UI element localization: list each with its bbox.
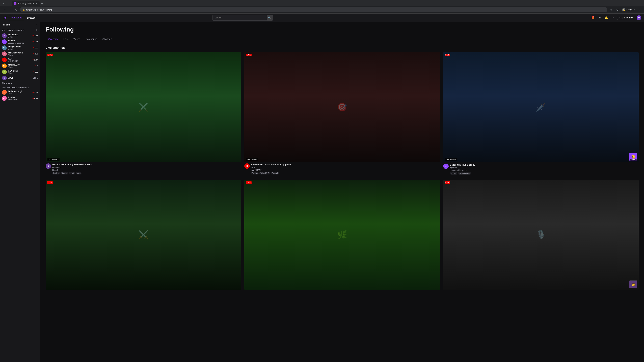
live-dot-solapsapdota [33, 47, 34, 48]
timestamp-sydeon: 6:06:54 [630, 159, 637, 161]
sort-channels-btn[interactable]: ⇅ [35, 29, 38, 32]
scene-overlay-2: 🎯 [244, 52, 440, 162]
tag-kuku[interactable]: kuku [76, 172, 82, 174]
stream-title-kukudota2: RANK 44 IN SEA :))) #11kMMRPLAYER... [52, 163, 241, 166]
get-ad-free-btn[interactable]: 🛡 Get Ad-Free [617, 16, 635, 20]
stream-card-nats[interactable]: 🎯 LIVE 2.4K viewers N Liquid nAts | NEW … [244, 52, 440, 175]
stream-card-r2-3[interactable]: 🎙️ LIVE 👩 [443, 180, 639, 291]
tab-videos[interactable]: Videos [70, 36, 83, 42]
new-tab-btn[interactable]: + [40, 1, 44, 6]
hype-icon: 🎁 [591, 16, 595, 19]
tag-english-3[interactable]: English [450, 172, 458, 175]
stream-info-sydeon: S 5 year anni !subathon :D Sydeon League… [443, 164, 639, 175]
sidebar-channel-kukudota2[interactable]: K kukudota2 Dota 2 3.4K [0, 33, 40, 39]
tab-channels[interactable]: Channels [100, 36, 115, 42]
channel-info-betboom: betboom_eng2 Dota 2 [8, 90, 31, 94]
tab-back-btn[interactable]: ‹ [1, 1, 6, 6]
channel-game-magic899: Music [8, 66, 34, 68]
sidebar-channel-rayrachel[interactable]: R RayRachel Music 697 [0, 69, 40, 75]
stream-card-sydeon[interactable]: 🗡️ LIVE 1.8K viewers 😊 6:06:54 S 5 year … [443, 52, 639, 175]
main-layout: For You ←| FOLLOWED CHANNELS ⇅ K kukudot… [0, 22, 644, 362]
tag-russian[interactable]: Русский [271, 172, 279, 174]
active-tab[interactable]: 🟣 Following - Twitch ✕ [12, 1, 40, 6]
face-bg-r2-3: 👩 [630, 281, 637, 288]
search-btn[interactable]: 🔍 [267, 15, 273, 21]
viewers-count-magic899: 4 [37, 65, 38, 67]
lock-icon: 🔒 [22, 8, 25, 11]
address-input[interactable] [26, 8, 605, 11]
nav-more-btn[interactable]: ⋯ [38, 15, 44, 20]
viewers-count-sydeon: 1.8K [34, 41, 38, 43]
tab-categories[interactable]: Categories [83, 36, 100, 42]
channel-info-sydeon: Sydeon League of Legends [8, 39, 31, 44]
star-btn[interactable]: ☆ [608, 7, 614, 12]
recommended-channels-header: RECOMMENDED CHANNELS [0, 85, 40, 89]
tag-tagalog[interactable]: Tagalog [60, 172, 68, 174]
twitch-logo[interactable] [3, 16, 7, 20]
followed-channels-title: FOLLOWED CHANNELS [2, 29, 24, 31]
stream-details-kukudota2: RANK 44 IN SEA :))) #11kMMRPLAYER... kuk… [52, 163, 241, 174]
sidebar-channel-yowe[interactable]: Y yowe Offline [0, 75, 40, 81]
main-content: Following Overview Live Videos Categorie… [40, 22, 644, 362]
browse-nav-link[interactable]: Browse [25, 15, 38, 20]
sidebar-channel-sydeon[interactable]: S Sydeon League of Legends 1.8K [0, 39, 40, 45]
following-nav-link[interactable]: Following [10, 15, 24, 20]
sidebar-section-actions: ⇅ [35, 29, 38, 32]
viewers-count-nats: 2.4K [34, 59, 38, 61]
stream-thumbnail-r2-2: 🌿 LIVE [244, 180, 440, 290]
search-input[interactable] [213, 16, 267, 19]
stream-thumbnail-r2-3: 🎙️ LIVE 👩 [443, 180, 639, 290]
back-btn[interactable]: ← [2, 7, 8, 12]
browser-menu-btn[interactable]: ⋮ [636, 7, 642, 12]
tag-blackbrilliance[interactable]: BlackBrilliance [458, 172, 471, 175]
sidebar-channel-solapsapdota[interactable]: So solapsapdota Dota 2 929 [0, 45, 40, 51]
sidebar-channel-magic899[interactable]: Mg Magic899TV Music 4 [0, 63, 40, 69]
channel-info-solapsapdota: solapsapdota Dota 2 [8, 45, 32, 50]
incognito-btn[interactable]: 🕵 Incognito [621, 7, 636, 12]
extensions-btn[interactable]: ⧉ [615, 7, 620, 12]
tag-english-2[interactable]: English [251, 172, 258, 174]
tab-close-btn[interactable]: ✕ [35, 2, 38, 5]
stream-card-r2-2[interactable]: 🌿 LIVE [244, 180, 440, 291]
sidebar-channel-nats[interactable]: N nAts VALORANT 2.4K [0, 57, 40, 63]
browser-chrome: ‹ › 🟣 Following - Twitch ✕ + ← → ↻ 🔒 ☆ ⧉… [0, 0, 644, 13]
tag-dota2[interactable]: dota2 [69, 172, 75, 174]
sidebar-channel-betboom[interactable]: B betboom_eng2 Dota 2 2.1K [0, 89, 40, 95]
sidebar-channel-mikarose[interactable]: M MikaRoseMusic Music 101 [0, 51, 40, 57]
tag-valorant-1[interactable]: VALORANT [259, 172, 270, 174]
stream-card-kukudota2[interactable]: ⚔️ LIVE 3.4K viewers K RANK 44 IN SEA :)… [46, 52, 241, 175]
tab-forward-btn[interactable]: › [6, 1, 11, 6]
tab-overview[interactable]: Overview [46, 36, 61, 42]
stream-thumbnail-sydeon: 🗡️ LIVE 1.8K viewers 😊 6:06:54 [443, 52, 639, 162]
tab-live[interactable]: Live [61, 36, 70, 42]
search-wrap[interactable]: 🔍 [212, 15, 273, 21]
forward-btn[interactable]: → [8, 7, 13, 12]
scene-overlay-1: ⚔️ [46, 52, 241, 162]
crown-btn[interactable]: ♦ [610, 15, 616, 20]
channel-name-magic899: Magic899TV [8, 64, 34, 66]
stream-thumbnail-r2-1: ⚔️ LIVE [46, 180, 241, 290]
inbox-btn[interactable]: ✉ [597, 15, 602, 20]
refresh-btn[interactable]: ↻ [14, 7, 19, 12]
followed-channels-header: FOLLOWED CHANNELS ⇅ [0, 27, 40, 33]
address-input-wrap[interactable]: 🔒 [20, 7, 607, 12]
channel-name-rayrachel: RayRachel [8, 70, 32, 72]
viewers-count-betboom: 2.1K [34, 91, 38, 93]
show-more-btn[interactable]: Show More [0, 81, 40, 85]
live-badge-r2-1: LIVE [47, 181, 53, 184]
nav-controls: ← → ↻ [2, 7, 19, 12]
user-avatar[interactable]: U [636, 15, 641, 20]
stream-details-nats: Liquid nAts | NEW !GIVEAWAY | !розы... n… [251, 163, 440, 174]
sidebar-channel-kyedae[interactable]: Ky Kyedae VALORANT 8.4K [0, 95, 40, 101]
tag-english-1[interactable]: English [52, 172, 60, 174]
stream-tags-kukudota2: English Tagalog dota2 kuku [52, 172, 241, 174]
stream-card-r2-1[interactable]: ⚔️ LIVE [46, 180, 241, 291]
channel-info-yowe: yowe [8, 77, 31, 79]
nav-links: Following Browse ⋯ [10, 15, 44, 20]
channel-name-kukudota2: kukudota2 [8, 33, 31, 36]
channel-avatar-nats: N [2, 57, 7, 62]
scene-overlay-r2-3: 🎙️ [443, 180, 639, 290]
notifications-btn[interactable]: 🔔 [604, 15, 609, 20]
collapse-sidebar-btn[interactable]: ←| [36, 23, 38, 26]
hype-btn[interactable]: 🎁 [590, 15, 596, 20]
